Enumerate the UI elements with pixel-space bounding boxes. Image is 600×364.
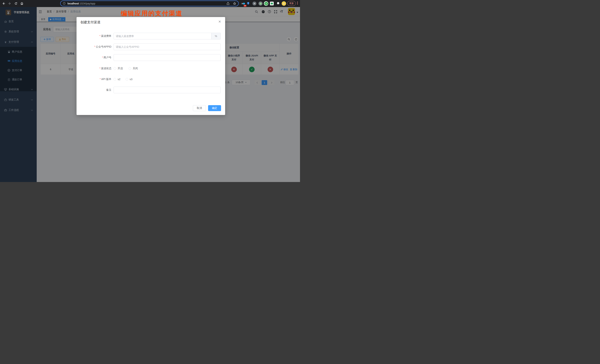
field-label: *API 版本 (76, 78, 111, 81)
form-row-api-version: *API 版本 v2 v3 (76, 76, 225, 82)
field-label: *商户号 (76, 56, 111, 59)
extension-dot-icon[interactable] (258, 1, 263, 6)
extension-y-icon[interactable]: y (264, 1, 269, 6)
remark-input[interactable] (113, 87, 221, 93)
radio-api-v3[interactable]: v3 (126, 78, 132, 81)
channel-rate-input[interactable] (113, 33, 211, 39)
address-bar[interactable]: localhost:1024/pay/app (60, 0, 239, 6)
site-info-icon[interactable] (63, 2, 66, 5)
extension-chat-icon[interactable] (269, 1, 274, 6)
percent-append: % (211, 33, 221, 39)
form-row-channel-rate: *渠道费率 % (76, 33, 225, 39)
form-row-channel-status: *渠道状态 开启 关闭 (76, 65, 225, 72)
dialog-title: 创建支付渠道 (80, 20, 100, 24)
form-row-remark: 备注 (76, 87, 225, 93)
share-icon[interactable] (227, 2, 229, 5)
extension-pin-icon[interactable] (246, 1, 251, 6)
browser-menu-icon[interactable]: ••• (297, 1, 298, 5)
dialog-close-icon[interactable]: ✕ (218, 20, 221, 24)
profile-avatar[interactable]: 😀 (281, 1, 286, 6)
browser-toolbar: localhost:1024/pay/app 10 ⌘ y 😀 (0, 0, 300, 7)
radio-status-closed[interactable]: 关闭 (129, 67, 138, 70)
form-row-merchant-id: *商户号 (76, 54, 225, 61)
required-mark: * (102, 56, 103, 59)
field-label: *渠道状态 (76, 67, 111, 70)
merchant-id-input[interactable] (113, 54, 221, 61)
radio-circle-icon (126, 78, 128, 81)
browser-update-button[interactable]: 更新 (287, 1, 296, 6)
bookmark-star-icon[interactable] (233, 2, 236, 5)
back-icon[interactable] (1, 1, 6, 6)
url-path: :1024/pay/app (79, 2, 95, 5)
required-mark: * (94, 45, 95, 48)
required-mark: * (100, 78, 101, 81)
annotation-text: 编辑应用的支付渠道 (121, 9, 183, 18)
radio-circle-icon (113, 67, 116, 70)
screen: localhost:1024/pay/app 10 ⌘ y 😀 (0, 0, 300, 182)
required-mark: * (100, 67, 100, 70)
reload-icon[interactable] (14, 1, 18, 6)
field-label: *渠道费率 (76, 35, 111, 38)
radio-status-open[interactable]: 开启 (113, 67, 123, 70)
official-account-appid-input[interactable] (113, 44, 221, 50)
dialog-footer: 取消 确定 (193, 105, 221, 111)
radio-circle-icon (129, 67, 131, 70)
create-payment-channel-dialog: 创建支付渠道 ✕ *渠道费率 % *公众号APPID *商户号 *渠道状态 开启 (76, 17, 225, 115)
radio-api-v2[interactable]: v2 (113, 78, 121, 81)
field-label: *公众号APPID (76, 45, 111, 48)
field-label: 备注 (76, 88, 111, 92)
extension-command-icon[interactable]: ⌘ (252, 1, 257, 6)
extensions-puzzle-icon[interactable] (276, 1, 281, 6)
home-icon[interactable] (20, 1, 24, 6)
forward-icon[interactable] (7, 1, 12, 6)
confirm-button[interactable]: 确定 (208, 105, 221, 111)
required-mark: * (100, 35, 100, 37)
form-row-appid: *公众号APPID (76, 44, 225, 50)
extension-tagassist-icon[interactable]: 10 (241, 1, 245, 6)
url-host: localhost (67, 2, 79, 5)
radio-circle-icon (113, 78, 116, 81)
cancel-button[interactable]: 取消 (193, 105, 206, 111)
